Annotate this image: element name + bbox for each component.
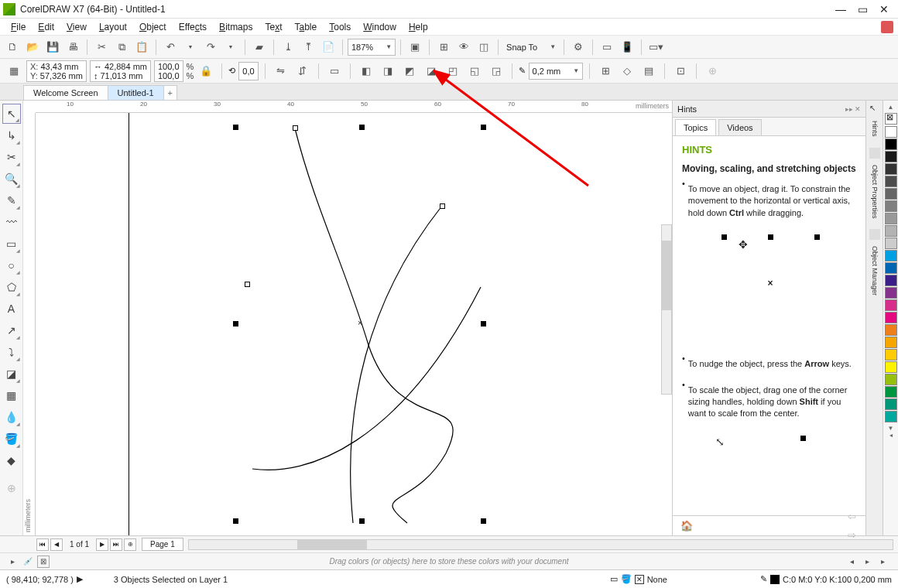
strip-hints[interactable]: Hints <box>871 121 879 137</box>
document-palette[interactable]: ▸ 💉 ⊠ Drag colors (or objects) here to s… <box>0 552 898 569</box>
menu-table[interactable]: Table <box>289 20 324 34</box>
color-swatch[interactable] <box>885 250 897 262</box>
hints-back-icon[interactable]: ⇦ <box>842 508 861 526</box>
hints-tab-videos[interactable]: Videos <box>718 119 761 136</box>
copy-button[interactable]: ⧉ <box>112 38 131 56</box>
tray-scroll-right-icon[interactable]: ▸ <box>861 556 873 568</box>
import-button[interactable]: ⤓ <box>279 38 297 56</box>
palette-flyout-icon[interactable]: ◂ <box>889 432 893 439</box>
color-swatch[interactable] <box>885 361 897 373</box>
tray-scroll-left-icon[interactable]: ◂ <box>845 556 858 568</box>
new-button[interactable]: 🗋 <box>3 38 22 56</box>
tray-eyedropper-icon[interactable]: 💉 <box>22 556 34 568</box>
menu-tools[interactable]: Tools <box>323 20 357 34</box>
polygon-tool[interactable]: ⬠◢ <box>2 277 21 297</box>
tray-menu-icon[interactable]: ▸ <box>6 556 19 568</box>
eyedropper-tool[interactable]: 💧◢ <box>2 407 21 427</box>
undo-menu[interactable]: ▼ <box>181 38 200 56</box>
page-last-icon[interactable]: ⏭ <box>110 538 122 551</box>
tab-untitled-1[interactable]: Untitled-1 <box>108 85 164 100</box>
zoom-combo[interactable]: 187%▼ <box>348 39 396 56</box>
page-next-icon[interactable]: ▶ <box>96 538 108 551</box>
docker-title-bar[interactable]: Hints ▸▸✕ <box>673 101 865 118</box>
fill-indicator-icon[interactable]: ▭ <box>610 574 618 584</box>
dimension-tool[interactable]: ↗◢ <box>2 320 21 340</box>
color-swatch[interactable] <box>885 398 897 410</box>
trim-icon[interactable]: ◨ <box>379 62 397 80</box>
menu-bitmaps[interactable]: Bitmaps <box>213 20 259 34</box>
outline-pen-status-icon[interactable]: ✎ <box>760 574 767 584</box>
search-content-icon[interactable]: ▰ <box>250 38 269 56</box>
close-docker-icon[interactable]: ✕ <box>855 105 861 113</box>
convert-curves-icon[interactable]: ◇ <box>618 62 636 80</box>
color-swatch[interactable] <box>885 188 897 200</box>
text-tool[interactable]: A <box>2 299 21 319</box>
to-front-icon[interactable]: ▭ <box>325 62 344 80</box>
strip-object-properties[interactable]: Object Properties <box>871 165 879 219</box>
drawing-area[interactable]: millimeters 1020304050607080 millimeters <box>23 101 672 535</box>
add-preset-icon[interactable]: ⊕ <box>703 62 721 80</box>
menu-text[interactable]: Text <box>259 20 288 34</box>
palette-scroll-up-icon[interactable]: ▲ <box>888 104 894 111</box>
user-account-icon[interactable] <box>881 21 893 33</box>
color-swatch[interactable] <box>885 299 897 311</box>
zoom-tool[interactable]: 🔍◢ <box>2 169 21 189</box>
weld-icon[interactable]: ◧ <box>357 62 375 80</box>
canvas[interactable]: × <box>36 113 672 535</box>
play-icon[interactable]: ▶ <box>77 574 83 584</box>
color-swatch[interactable] <box>885 349 897 361</box>
redo-menu[interactable]: ▼ <box>221 38 240 56</box>
wrap-text-icon[interactable]: ⊞ <box>596 62 615 80</box>
color-swatch[interactable] <box>885 324 897 336</box>
front-minus-back-icon[interactable]: ◰ <box>444 62 462 80</box>
align-distribute-icon[interactable]: ▤ <box>639 62 658 80</box>
simplify-icon[interactable]: ◪ <box>422 62 440 80</box>
close-button[interactable] <box>873 2 895 17</box>
color-swatch[interactable] <box>885 138 897 150</box>
crop-tool[interactable]: ✂◢ <box>2 147 21 167</box>
color-swatch[interactable] <box>885 386 897 398</box>
no-fill-icon[interactable]: ✕ <box>635 575 644 584</box>
y-value[interactable]: 57,326 mm <box>40 71 83 80</box>
show-guidelines-icon[interactable]: ◫ <box>475 38 493 56</box>
height-value[interactable]: 71,013 mm <box>100 71 142 80</box>
lock-ratio-icon[interactable]: 🔒 <box>197 62 215 80</box>
maximize-button[interactable] <box>852 2 873 17</box>
color-swatch[interactable] <box>885 151 897 162</box>
strip-object-manager[interactable]: Object Manager <box>871 246 879 296</box>
color-swatch[interactable] <box>885 411 897 422</box>
tab-add-button[interactable]: + <box>163 85 177 100</box>
page-tab-1[interactable]: Page 1 <box>142 538 183 551</box>
options-button[interactable]: ⚙ <box>569 38 588 56</box>
color-swatch[interactable] <box>885 312 897 323</box>
transparency-tool[interactable]: ▦ <box>2 385 21 405</box>
menu-window[interactable]: Window <box>357 20 403 34</box>
interactive-fill-tool[interactable]: 🪣◢ <box>2 429 21 449</box>
rectangle-tool[interactable]: ▭◢ <box>2 234 21 254</box>
collapse-docker-icon[interactable]: ▸▸ <box>845 105 853 113</box>
app-launcher-dropdown[interactable]: ▭▾ <box>646 38 665 56</box>
snap-to-dropdown[interactable]: Snap To ▼ <box>503 39 559 56</box>
width-value[interactable]: 42,884 mm <box>105 62 147 71</box>
scale-x-value[interactable]: 100,0 <box>158 62 180 71</box>
paste-button[interactable]: 📋 <box>132 38 151 56</box>
export-button[interactable]: ⤒ <box>299 38 317 56</box>
drop-shadow-tool[interactable]: ◪◢ <box>2 364 21 384</box>
pick-tool[interactable]: ↖◢ <box>2 104 21 124</box>
angle-value[interactable]: 0,0 <box>238 62 258 80</box>
cut-button[interactable]: ✂ <box>92 38 111 56</box>
color-swatch[interactable] <box>885 225 897 237</box>
tab-welcome-screen[interactable]: Welcome Screen <box>23 85 108 100</box>
color-swatch[interactable] <box>885 262 897 274</box>
show-grid-icon[interactable]: 👁 <box>454 38 473 56</box>
page-prev-icon[interactable]: ◀ <box>50 538 63 551</box>
object-origin-icon[interactable]: ▦ <box>5 62 23 80</box>
menu-effects[interactable]: Effects <box>173 20 213 34</box>
quick-customize-icon[interactable]: ⊕ <box>2 478 21 498</box>
launch-button-1[interactable]: ▭ <box>598 38 616 56</box>
fill-swatch-icon[interactable]: 🪣 <box>621 574 632 584</box>
color-swatch[interactable] <box>885 275 897 286</box>
print-button[interactable]: 🖶 <box>63 38 82 56</box>
page-first-icon[interactable]: ⏮ <box>36 538 49 551</box>
fullscreen-preview-icon[interactable]: ▣ <box>406 38 424 56</box>
